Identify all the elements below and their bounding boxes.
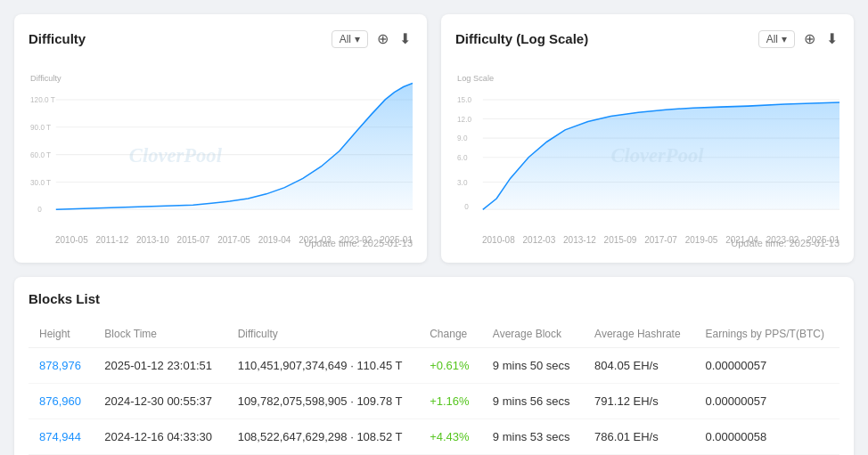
y-axis-label: Difficulty — [30, 74, 61, 83]
cell-avg-hashrate: 804.05 EH/s — [584, 348, 694, 384]
svg-text:9.0: 9.0 — [457, 134, 468, 142]
watermark-2: CloverPool — [610, 144, 704, 167]
table-row: 878,976 2025-01-12 23:01:51 110,451,907,… — [29, 348, 839, 384]
watermark-1: CloverPool — [129, 144, 223, 167]
cell-block-time: 2024-12-16 04:33:30 — [94, 419, 226, 455]
blocks-table-header: Height Block Time Difficulty Change Aver… — [29, 321, 839, 348]
cell-earnings: 0.00000058 — [695, 419, 840, 455]
table-row: 874,944 2024-12-16 04:33:30 108,522,647,… — [29, 419, 839, 455]
difficulty-log-chart-header: Difficulty (Log Scale) All ▾ ⊕ ⬇ — [455, 28, 839, 49]
difficulty-log-chart-area: Log Scale 15.0 12.0 9.0 6.0 3.0 0 — [455, 56, 839, 234]
difficulty-log-chart-title: Difficulty (Log Scale) — [455, 31, 588, 46]
chevron-down-icon: ▾ — [782, 33, 787, 45]
cell-height[interactable]: 878,976 — [29, 348, 94, 384]
svg-text:90.0 T: 90.0 T — [30, 124, 51, 132]
difficulty-log-chart-controls: All ▾ ⊕ ⬇ — [758, 28, 839, 49]
col-block-time: Block Time — [94, 321, 226, 348]
col-avg-block: Average Block — [482, 321, 584, 348]
difficulty-filter-button[interactable]: All ▾ — [332, 30, 368, 48]
difficulty-chart-area: Difficulty 120.0 T 90.0 T 60.0 T 30.0 T … — [29, 56, 413, 234]
difficulty-log-zoom-button[interactable]: ⊕ — [802, 28, 817, 49]
difficulty-log-download-button[interactable]: ⬇ — [824, 28, 839, 49]
col-change: Change — [419, 321, 482, 348]
difficulty-log-filter-button[interactable]: All ▾ — [758, 30, 795, 48]
cell-avg-hashrate: 786.01 EH/s — [584, 419, 694, 455]
cell-difficulty: 109,782,075,598,905 · 109.78 T — [227, 384, 420, 419]
col-difficulty: Difficulty — [227, 321, 420, 348]
cell-change: +4.43% — [419, 419, 482, 455]
cell-avg-block: 9 mins 50 secs — [482, 348, 584, 384]
difficulty-chart-controls: All ▾ ⊕ ⬇ — [332, 28, 413, 49]
svg-text:6.0: 6.0 — [457, 154, 468, 162]
col-earnings: Earnings by PPS/T(BTC) — [695, 321, 840, 348]
svg-text:15.0: 15.0 — [457, 96, 471, 104]
cell-change: +1.16% — [419, 384, 482, 419]
cell-earnings: 0.00000057 — [695, 384, 840, 419]
difficulty-area — [56, 83, 413, 209]
blocks-list-title: Blocks List — [29, 291, 839, 306]
cell-avg-block: 9 mins 56 secs — [482, 384, 584, 419]
svg-text:120.0 T: 120.0 T — [30, 96, 55, 104]
col-avg-hashrate: Average Hashrate — [584, 321, 694, 348]
blocks-table: Height Block Time Difficulty Change Aver… — [29, 321, 839, 455]
cell-height[interactable]: 876,960 — [29, 384, 94, 419]
table-row: 876,960 2024-12-30 00:55:37 109,782,075,… — [29, 384, 839, 419]
cell-avg-hashrate: 791.12 EH/s — [584, 384, 694, 419]
difficulty-chart-header: Difficulty All ▾ ⊕ ⬇ — [29, 28, 413, 49]
difficulty-download-button[interactable]: ⬇ — [397, 28, 413, 49]
cell-change: +0.61% — [419, 348, 482, 384]
chevron-down-icon: ▾ — [355, 33, 360, 45]
cell-block-time: 2024-12-30 00:55:37 — [94, 384, 226, 419]
difficulty-chart-card: Difficulty All ▾ ⊕ ⬇ Difficulty 120.0 T … — [14, 14, 427, 263]
svg-text:30.0 T: 30.0 T — [30, 179, 51, 187]
svg-text:60.0 T: 60.0 T — [30, 151, 51, 159]
cell-height[interactable]: 874,944 — [29, 419, 94, 455]
difficulty-log-svg: Log Scale 15.0 12.0 9.0 6.0 3.0 0 — [455, 70, 839, 231]
svg-text:12.0: 12.0 — [457, 116, 471, 124]
difficulty-zoom-button[interactable]: ⊕ — [375, 28, 390, 49]
difficulty-log-chart-card: Difficulty (Log Scale) All ▾ ⊕ ⬇ Log Sca… — [441, 14, 854, 263]
log-y-axis-label: Log Scale — [457, 74, 494, 83]
difficulty-log-x-axis: 2010-08 2012-03 2013-12 2015-09 2017-07 … — [455, 235, 839, 245]
cell-difficulty: 110,451,907,374,649 · 110.45 T — [227, 348, 420, 384]
svg-text:0: 0 — [464, 203, 469, 211]
difficulty-svg: Difficulty 120.0 T 90.0 T 60.0 T 30.0 T … — [29, 70, 413, 231]
cell-block-time: 2025-01-12 23:01:51 — [94, 348, 226, 384]
difficulty-chart-title: Difficulty — [29, 31, 86, 46]
blocks-list-card: Blocks List Height Block Time Difficulty… — [14, 277, 854, 455]
svg-text:0: 0 — [37, 206, 42, 214]
col-height: Height — [29, 321, 94, 348]
difficulty-x-axis: 2010-05 2011-12 2013-10 2015-07 2017-05 … — [29, 235, 413, 245]
cell-earnings: 0.00000057 — [695, 348, 840, 384]
cell-avg-block: 9 mins 53 secs — [482, 419, 584, 455]
cell-difficulty: 108,522,647,629,298 · 108.52 T — [227, 419, 420, 455]
svg-text:3.0: 3.0 — [457, 179, 468, 187]
blocks-table-body: 878,976 2025-01-12 23:01:51 110,451,907,… — [29, 348, 839, 455]
